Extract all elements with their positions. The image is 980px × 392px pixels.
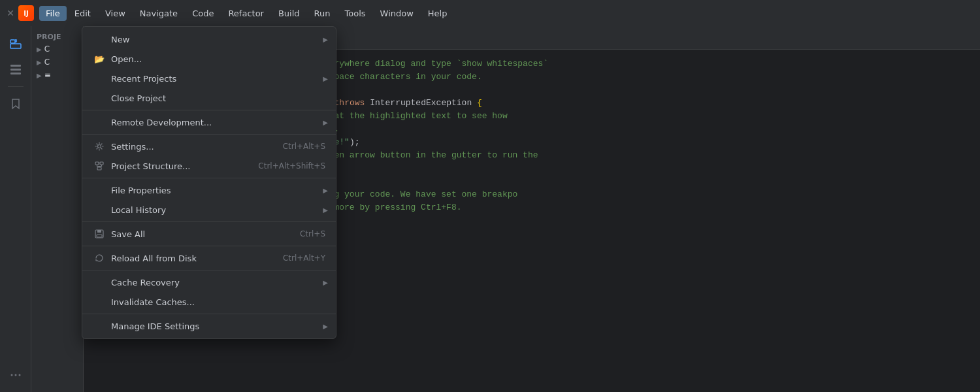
- svg-rect-11: [97, 167, 101, 170]
- menu-item-invalidate-label: Invalidate Caches...: [111, 297, 325, 307]
- menu-item-recent-projects[interactable]: Recent Projects: [82, 69, 336, 88]
- menu-item-settings-label: Settings...: [111, 142, 267, 152]
- menu-item-new-label: New: [111, 35, 325, 44]
- menu-separator-3: [82, 178, 336, 178]
- svg-rect-14: [97, 235, 102, 237]
- menu-item-cache-recovery[interactable]: Cache Recovery: [82, 272, 336, 292]
- menu-separator-2: [82, 134, 336, 135]
- manage-ide-icon: [93, 319, 106, 333]
- menu-item-invalidate-caches[interactable]: Invalidate Caches...: [82, 292, 336, 312]
- menu-item-local-history-label: Local History: [111, 205, 325, 215]
- menu-item-save-all-label: Save All: [111, 229, 284, 239]
- menu-item-close-project[interactable]: Close Project: [82, 88, 336, 108]
- menu-separator-7: [82, 314, 336, 314]
- menu-item-new[interactable]: New: [82, 29, 336, 49]
- file-dropdown-menu: New 📂 Open... Recent Projects Close Proj…: [82, 26, 336, 339]
- menu-separator-5: [82, 246, 336, 246]
- svg-point-8: [98, 145, 101, 148]
- menu-item-project-structure[interactable]: Project Structure... Ctrl+Alt+Shift+S: [82, 156, 336, 176]
- menu-item-open[interactable]: 📂 Open...: [82, 49, 336, 69]
- svg-rect-9: [95, 162, 99, 165]
- menu-item-remote-label: Remote Development...: [111, 118, 325, 127]
- save-icon: [93, 227, 106, 240]
- local-history-icon: [93, 203, 106, 216]
- reload-shortcut: Ctrl+Alt+Y: [283, 253, 325, 263]
- close-project-icon: [93, 91, 106, 105]
- menu-item-file-properties[interactable]: File Properties: [82, 180, 336, 200]
- menu-item-manage-ide[interactable]: Manage IDE Settings: [82, 316, 336, 336]
- new-icon: [93, 33, 106, 46]
- svg-rect-13: [97, 230, 101, 233]
- file-props-icon: [93, 184, 106, 197]
- cache-recovery-icon: [93, 276, 106, 289]
- menu-item-reload[interactable]: Reload All from Disk Ctrl+Alt+Y: [82, 248, 336, 268]
- menu-item-close-label: Close Project: [111, 93, 325, 103]
- project-struct-icon: [93, 159, 106, 172]
- menu-item-local-history[interactable]: Local History: [82, 200, 336, 220]
- menu-item-manage-ide-label: Manage IDE Settings: [111, 321, 325, 331]
- menu-item-settings[interactable]: Settings... Ctrl+Alt+S: [82, 137, 336, 156]
- menu-separator-6: [82, 270, 336, 270]
- remote-icon: [93, 116, 106, 129]
- menu-item-save-all[interactable]: Save All Ctrl+S: [82, 224, 336, 244]
- reload-icon: [93, 252, 106, 265]
- menu-separator-1: [82, 110, 336, 110]
- menu-item-project-struct-label: Project Structure...: [111, 161, 242, 171]
- save-all-shortcut: Ctrl+S: [300, 229, 325, 238]
- svg-rect-10: [100, 162, 103, 165]
- menu-item-reload-label: Reload All from Disk: [111, 253, 267, 263]
- menu-item-remote-dev[interactable]: Remote Development...: [82, 112, 336, 132]
- dropdown-overlay[interactable]: New 📂 Open... Recent Projects Close Proj…: [0, 0, 980, 392]
- menu-separator-4: [82, 221, 336, 222]
- settings-icon: [93, 140, 106, 153]
- menu-item-cache-recovery-label: Cache Recovery: [111, 278, 325, 287]
- recent-icon: [93, 72, 106, 85]
- menu-item-file-props-label: File Properties: [111, 186, 325, 195]
- open-icon: 📂: [93, 52, 106, 65]
- project-struct-shortcut: Ctrl+Alt+Shift+S: [258, 161, 325, 171]
- settings-shortcut: Ctrl+Alt+S: [283, 142, 325, 151]
- menu-item-open-label: Open...: [111, 54, 325, 64]
- invalidate-icon: [93, 295, 106, 308]
- menu-item-recent-label: Recent Projects: [111, 74, 325, 84]
